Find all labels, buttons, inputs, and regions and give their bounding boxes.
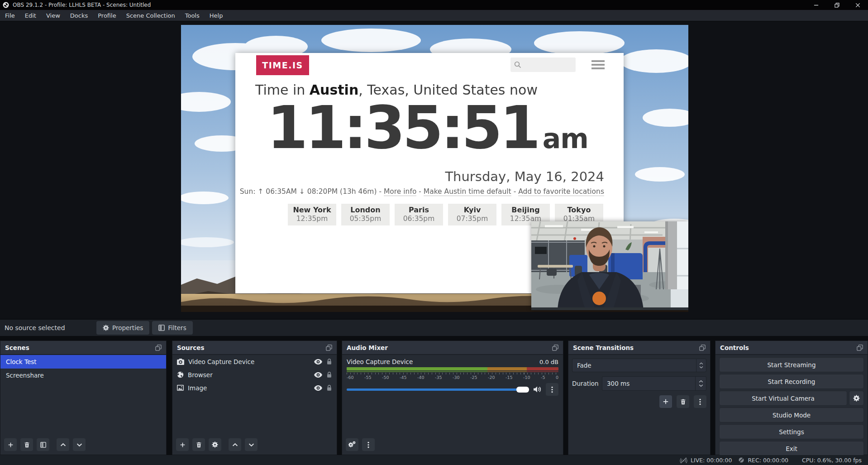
visibility-eye-icon[interactable] [314, 372, 322, 378]
source-item-image[interactable]: Image [172, 381, 337, 394]
scene-filters-button[interactable] [37, 438, 49, 451]
hamburger-menu-icon[interactable] [591, 60, 605, 71]
menu-profile[interactable]: Profile [93, 10, 121, 21]
rec-status: REC: 00:00:00 [738, 457, 788, 464]
meter-tick-labels: -60-55-50-45-40-35-30-25-20-15-10-50 [347, 375, 558, 380]
minimize-button[interactable] [806, 0, 826, 10]
speaker-icon[interactable] [533, 386, 541, 393]
exit-button[interactable]: Exit [719, 441, 864, 456]
timeis-search-input[interactable] [510, 58, 576, 72]
scene-transitions-header[interactable]: Scene Transitions [568, 341, 710, 355]
transition-select-arrows[interactable] [696, 359, 706, 372]
move-scene-down-button[interactable] [73, 438, 86, 451]
start-streaming-button[interactable]: Start Streaming [719, 357, 864, 372]
transition-menu-button[interactable] [694, 395, 706, 408]
menu-file[interactable]: File [0, 10, 20, 21]
gear-icon [853, 395, 860, 402]
timeis-logo[interactable]: TIME.IS [256, 55, 309, 75]
controls-panel: Controls Start Streaming Start Recording… [715, 340, 868, 455]
virtual-camera-config-button[interactable] [849, 391, 864, 406]
mixer-level-db: 0.0 dB [539, 359, 558, 365]
mixer-channel-menu-button[interactable] [546, 383, 558, 396]
timeis-date: Thursday, May 16, 2024 [445, 169, 604, 184]
transition-select[interactable]: Fade [572, 359, 706, 372]
status-bar: LIVE: 00:00:00 REC: 00:00:00 CPU: 0.6%, … [0, 455, 868, 465]
remove-source-button[interactable] [192, 438, 205, 451]
popout-icon[interactable] [552, 345, 558, 351]
controls-panel-header[interactable]: Controls [715, 341, 868, 355]
popout-icon[interactable] [326, 345, 332, 351]
selected-source-toolbar: No source selected Properties Filters [0, 319, 868, 337]
obs-logo-icon [3, 2, 9, 8]
popout-icon[interactable] [699, 345, 706, 351]
source-item-video-capture[interactable]: Video Capture Device [172, 355, 337, 368]
menu-scene-collection[interactable]: Scene Collection [121, 10, 180, 21]
add-transition-button[interactable] [659, 395, 672, 408]
studio-mode-button[interactable]: Studio Mode [719, 407, 864, 422]
restore-button[interactable] [826, 0, 847, 10]
audio-mixer-panel: Audio Mixer Video Capture Device 0.0 dB … [342, 340, 563, 455]
audio-mixer-header[interactable]: Audio Mixer [342, 341, 563, 355]
remove-transition-button[interactable] [677, 395, 689, 408]
clock-time: 11:35:51 [267, 98, 538, 157]
remove-scene-button[interactable] [20, 438, 33, 451]
move-scene-up-button[interactable] [57, 438, 69, 451]
city-paris[interactable]: Paris06:35pm [395, 204, 443, 225]
city-kyiv[interactable]: Kyiv07:35pm [448, 204, 496, 225]
properties-button[interactable]: Properties [96, 321, 149, 335]
start-recording-button[interactable]: Start Recording [719, 374, 864, 389]
visibility-eye-icon[interactable] [314, 359, 322, 364]
make-default-link[interactable]: Make Austin time default [424, 187, 511, 196]
meter-tickmarks [347, 373, 558, 374]
menu-edit[interactable]: Edit [20, 10, 41, 21]
scene-item-screenshare[interactable]: Screenshare [0, 369, 166, 382]
sources-panel: Sources Video Capture Device Browser Ima… [172, 340, 337, 455]
visibility-eye-icon[interactable] [314, 385, 322, 391]
duration-input[interactable]: 300 ms [602, 376, 706, 391]
menu-tools[interactable]: Tools [180, 10, 205, 21]
search-icon [514, 61, 521, 68]
lock-icon[interactable] [326, 384, 332, 391]
favorites-link[interactable]: Add to favorite locations [518, 187, 604, 196]
menu-view[interactable]: View [41, 10, 65, 21]
lock-icon[interactable] [326, 358, 332, 365]
filters-button[interactable]: Filters [152, 321, 192, 335]
source-item-browser[interactable]: Browser [172, 368, 337, 381]
menu-docks[interactable]: Docks [65, 10, 93, 21]
add-source-button[interactable] [176, 438, 189, 451]
scene-item-clock-test[interactable]: Clock Test [0, 355, 166, 369]
filters-icon [158, 325, 165, 331]
more-info-link[interactable]: More info [384, 187, 416, 196]
scene-transitions-panel: Scene Transitions Fade Duration 300 ms [568, 340, 711, 455]
webcam-video-source[interactable] [531, 221, 688, 310]
program-preview[interactable]: TIME.IS Time in Austin, Texas, United St… [181, 25, 688, 312]
record-inactive-icon [738, 457, 744, 463]
timeis-sun-line: Sun: ↑ 06:35AM ↓ 08:20PM (13h 46m) - Mor… [240, 187, 604, 196]
volume-slider-handle[interactable] [516, 387, 529, 393]
start-virtual-camera-button[interactable]: Start Virtual Camera [719, 391, 847, 406]
popout-icon[interactable] [857, 345, 863, 351]
city-new-york[interactable]: New York12:35pm [288, 204, 336, 225]
volume-meter [347, 367, 558, 370]
gear-icon [103, 325, 109, 331]
lock-icon[interactable] [326, 371, 332, 378]
volume-slider[interactable] [347, 388, 529, 391]
duration-spin-arrows[interactable] [695, 377, 706, 390]
city-london[interactable]: London05:35pm [341, 204, 390, 225]
settings-button[interactable]: Settings [719, 424, 864, 439]
audio-mixer-toolbar [342, 436, 563, 455]
popout-icon[interactable] [155, 345, 162, 351]
close-button[interactable] [847, 0, 868, 10]
scenes-panel-header[interactable]: Scenes [0, 341, 166, 355]
sources-toolbar [172, 436, 337, 455]
add-scene-button[interactable] [4, 438, 17, 451]
move-source-up-button[interactable] [229, 438, 241, 451]
dock-area: Scenes Clock Test Screenshare Sources Vi… [0, 337, 868, 455]
menu-help[interactable]: Help [205, 10, 228, 21]
title-bar: OBS 29.1.2 - Profile: LLHLS BETA - Scene… [0, 0, 868, 10]
move-source-down-button[interactable] [245, 438, 258, 451]
source-properties-button[interactable] [209, 438, 221, 451]
sources-panel-header[interactable]: Sources [172, 341, 337, 355]
advanced-audio-properties-button[interactable] [346, 438, 358, 451]
mixer-menu-button[interactable] [362, 438, 375, 451]
